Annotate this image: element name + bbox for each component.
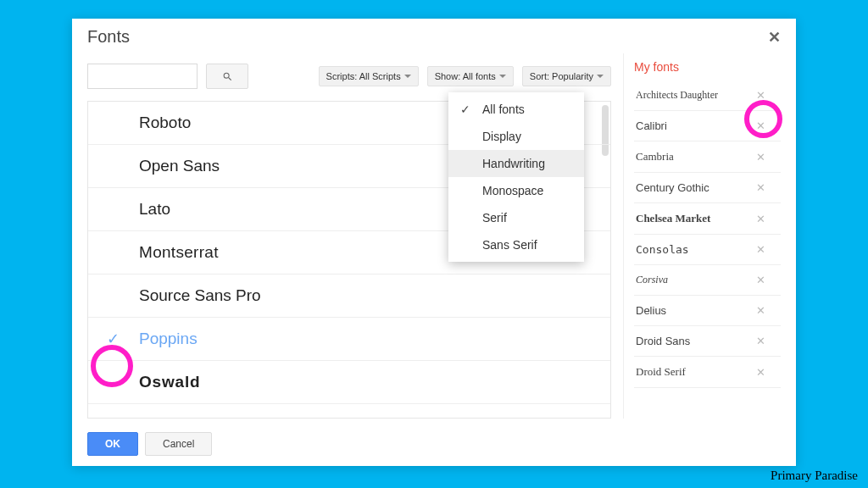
show-filter-label: Show: All fonts	[435, 71, 496, 81]
dialog-body: Scripts: All Scripts Show: All fonts Sor…	[72, 53, 796, 424]
dropdown-item[interactable]: Monospace	[448, 177, 584, 204]
cancel-button[interactable]: Cancel	[145, 432, 212, 456]
font-name: Montserrat	[139, 243, 219, 262]
remove-font-icon[interactable]: ✕	[756, 366, 765, 379]
close-icon[interactable]: ✕	[768, 28, 781, 47]
dropdown-item[interactable]: Display	[448, 123, 584, 150]
my-font-row[interactable]: Chelsea Market✕	[634, 203, 781, 235]
dialog-title: Fonts	[87, 27, 130, 47]
dropdown-item[interactable]: Serif	[448, 204, 584, 231]
search-input[interactable]	[87, 64, 198, 89]
remove-font-icon[interactable]: ✕	[756, 304, 765, 317]
font-name: Lato	[139, 200, 170, 219]
my-font-name: Droid Sans	[636, 335, 690, 347]
check-icon: ✓	[460, 103, 470, 116]
my-fonts-list[interactable]: Architects Daughter✕Calibri✕Cambria✕Cent…	[634, 80, 781, 419]
chevron-down-icon	[499, 75, 506, 78]
show-filter[interactable]: Show: All fonts	[427, 66, 514, 86]
watermark: Primary Paradise	[771, 469, 858, 483]
my-font-name: Consolas	[636, 243, 689, 256]
font-name: Open Sans	[139, 157, 220, 175]
dropdown-item-label: Serif	[482, 211, 507, 225]
font-name: Source Sans Pro	[139, 286, 261, 305]
my-font-row[interactable]: Cambria✕	[634, 141, 781, 173]
my-font-name: Architects Daughter	[636, 89, 718, 102]
show-dropdown: ✓All fontsDisplayHandwritingMonospaceSer…	[448, 92, 584, 262]
my-font-name: Calibri	[636, 119, 667, 132]
dropdown-item-label: Handwriting	[482, 157, 545, 170]
dialog-footer: OK Cancel	[72, 424, 796, 466]
search-icon	[222, 71, 233, 82]
font-name: Roboto	[139, 114, 191, 132]
remove-font-icon[interactable]: ✕	[756, 151, 765, 164]
font-row[interactable]: Source Sans Pro	[88, 274, 610, 318]
remove-font-icon[interactable]: ✕	[756, 89, 765, 102]
my-font-row[interactable]: Droid Sans✕	[634, 326, 781, 357]
sort-filter[interactable]: Sort: Popularity	[522, 66, 611, 86]
ok-button[interactable]: OK	[87, 432, 138, 456]
right-column: My fonts Architects Daughter✕Calibri✕Cam…	[623, 53, 781, 419]
dropdown-item-label: Monospace	[482, 184, 543, 197]
remove-font-icon[interactable]: ✕	[756, 181, 765, 194]
my-font-row[interactable]: Century Gothic✕	[634, 173, 781, 203]
sort-filter-label: Sort: Popularity	[530, 71, 593, 81]
my-font-row[interactable]: Corsiva✕	[634, 265, 781, 296]
font-name: Oswald	[139, 373, 200, 391]
font-name: Poppins	[139, 330, 198, 348]
my-font-row[interactable]: Calibri✕	[634, 111, 781, 141]
dropdown-item[interactable]: Handwriting	[448, 150, 584, 177]
remove-font-icon[interactable]: ✕	[756, 243, 765, 256]
remove-font-icon[interactable]: ✕	[756, 274, 765, 286]
remove-font-icon[interactable]: ✕	[756, 213, 765, 225]
dropdown-item[interactable]: Sans Serif	[448, 231, 584, 258]
my-font-row[interactable]: Architects Daughter✕	[634, 80, 781, 111]
my-font-name: Century Gothic	[636, 181, 709, 194]
dropdown-item-label: Display	[482, 130, 521, 143]
chevron-down-icon	[597, 75, 604, 78]
dropdown-item-label: All fonts	[482, 103, 525, 116]
dropdown-item[interactable]: ✓All fonts	[448, 96, 584, 123]
remove-font-icon[interactable]: ✕	[756, 335, 765, 347]
scripts-filter[interactable]: Scripts: All Scripts	[319, 66, 419, 86]
fonts-dialog: Fonts ✕ Scripts: All Scripts Show: All f…	[72, 19, 796, 466]
my-font-row[interactable]: Droid Serif✕	[634, 357, 781, 388]
my-font-name: Delius	[636, 304, 666, 317]
check-icon: ✓	[107, 330, 120, 348]
my-fonts-title: My fonts	[634, 58, 781, 80]
dropdown-item-label: Sans Serif	[482, 238, 537, 252]
search-button[interactable]	[206, 64, 248, 89]
my-font-name: Chelsea Market	[636, 212, 710, 225]
my-font-name: Corsiva	[636, 274, 668, 286]
font-row[interactable]: ✓Poppins	[88, 318, 610, 361]
my-font-name: Droid Serif	[636, 365, 686, 379]
dialog-header: Fonts ✕	[72, 19, 796, 53]
chevron-down-icon	[404, 75, 411, 78]
my-font-row[interactable]: Delius✕	[634, 296, 781, 326]
my-font-row[interactable]: Consolas✕	[634, 235, 781, 265]
my-font-name: Cambria	[636, 150, 674, 164]
remove-font-icon[interactable]: ✕	[756, 119, 765, 132]
font-row[interactable]: Oswald	[88, 361, 610, 404]
scripts-filter-label: Scripts: All Scripts	[326, 71, 401, 81]
